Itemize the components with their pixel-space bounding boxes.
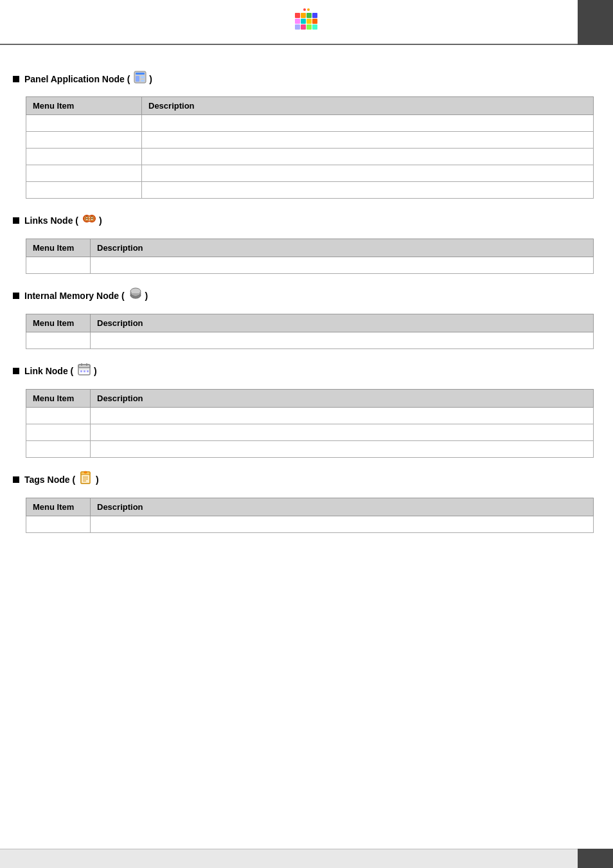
menu-item-cell: [26, 332, 91, 349]
menu-item-cell: [26, 165, 142, 182]
panel-application-node-table: Menu Item Description: [26, 96, 594, 199]
panel-table-col1-header: Menu Item: [26, 97, 142, 115]
panel-close-paren: ): [147, 74, 152, 84]
svg-rect-34: [86, 363, 87, 366]
link-node-heading: Link Node ( ): [13, 362, 594, 379]
svg-rect-32: [78, 365, 90, 368]
svg-rect-10: [306, 24, 312, 30]
description-cell: [142, 149, 594, 165]
table-row: [26, 424, 594, 441]
links-table-col1-header: Menu Item: [26, 239, 91, 257]
links-open-paren: (: [73, 215, 78, 226]
table-row: [26, 441, 594, 458]
description-cell: [91, 257, 594, 274]
table-row: [26, 132, 594, 149]
menu-item-cell: [26, 424, 91, 441]
table-row: [26, 149, 594, 165]
internal-memory-icon: [129, 287, 143, 304]
description-cell: [91, 424, 594, 441]
svg-point-26: [91, 218, 92, 219]
svg-rect-8: [295, 24, 300, 30]
svg-rect-0: [295, 13, 300, 18]
svg-rect-44: [84, 471, 87, 473]
internal-memory-open-paren: (: [119, 291, 125, 301]
menu-item-cell: [26, 408, 91, 424]
menu-item-cell: [26, 182, 142, 199]
tags-open-paren: (: [70, 475, 76, 485]
main-content: Panel Application Node ( ) Menu Item Des…: [0, 45, 613, 559]
link-table-col1-header: Menu Item: [26, 390, 91, 408]
svg-rect-16: [136, 76, 139, 82]
links-close-paren: ): [96, 215, 102, 226]
internal-memory-table-col1-header: Menu Item: [26, 314, 91, 332]
tags-icon: [79, 471, 93, 488]
svg-point-27: [92, 218, 93, 219]
link-table-col2-header: Description: [91, 390, 594, 408]
bullet-panel: [13, 76, 19, 82]
svg-rect-3: [312, 13, 317, 18]
menu-item-cell: [26, 516, 91, 533]
description-cell: [142, 132, 594, 149]
description-cell: [142, 115, 594, 132]
tags-table-col2-header: Description: [91, 498, 594, 516]
menu-item-cell: [26, 257, 91, 274]
svg-point-12: [303, 8, 306, 11]
corner-block-bottom-right: [578, 849, 613, 868]
links-table-col2-header: Description: [91, 239, 594, 257]
description-cell: [91, 516, 594, 533]
description-cell: [91, 332, 594, 349]
panel-open-paren: (: [125, 74, 130, 84]
description-cell: [142, 165, 594, 182]
links-icon: [82, 212, 96, 229]
svg-point-13: [307, 8, 310, 11]
link-node-icon: [77, 362, 91, 379]
tags-node-heading: Tags Node ( ): [13, 471, 594, 488]
tags-node-label: Tags Node: [24, 475, 70, 485]
description-cell: [142, 182, 594, 199]
tags-node-table: Menu Item Description: [26, 498, 594, 533]
svg-rect-4: [295, 19, 300, 24]
svg-point-24: [85, 218, 87, 219]
link-node-label: Link Node: [24, 366, 68, 376]
link-node-table: Menu Item Description: [26, 389, 594, 458]
menu-item-cell: [26, 115, 142, 132]
svg-rect-11: [312, 24, 317, 30]
svg-rect-9: [301, 24, 306, 30]
bullet-links: [13, 217, 19, 224]
internal-memory-table-col2-header: Description: [91, 314, 594, 332]
links-node-table: Menu Item Description: [26, 239, 594, 274]
bottom-footer: [0, 849, 613, 868]
menu-item-cell: [26, 149, 142, 165]
links-node-heading: Links Node (: [13, 212, 594, 229]
internal-memory-node-heading: Internal Memory Node ( ): [13, 287, 594, 304]
header-icon: [294, 8, 319, 37]
svg-rect-2: [306, 13, 312, 18]
internal-memory-node-label: Internal Memory Node: [24, 291, 119, 301]
link-close-paren: ): [91, 366, 97, 376]
table-row: [26, 257, 594, 274]
bullet-tags: [13, 476, 19, 483]
svg-rect-6: [306, 19, 312, 24]
svg-rect-36: [80, 370, 82, 372]
top-header: [0, 0, 613, 45]
links-node-label: Links Node: [24, 215, 73, 226]
table-row: [26, 115, 594, 132]
svg-rect-18: [141, 80, 145, 82]
menu-item-cell: [26, 132, 142, 149]
svg-rect-7: [312, 19, 317, 24]
corner-block-top-right: [578, 0, 613, 45]
svg-rect-1: [301, 13, 306, 18]
panel-app-icon: [134, 71, 147, 87]
bullet-internal-memory: [13, 293, 19, 299]
tags-close-paren: ): [93, 475, 99, 485]
bullet-link: [13, 368, 19, 374]
table-row: [26, 165, 594, 182]
panel-table-col2-header: Description: [142, 97, 594, 115]
internal-memory-close-paren: ): [143, 291, 148, 301]
table-row: [26, 516, 594, 533]
svg-rect-37: [84, 370, 85, 372]
svg-rect-15: [136, 73, 145, 75]
description-cell: [91, 441, 594, 458]
description-cell: [91, 408, 594, 424]
table-row: [26, 332, 594, 349]
